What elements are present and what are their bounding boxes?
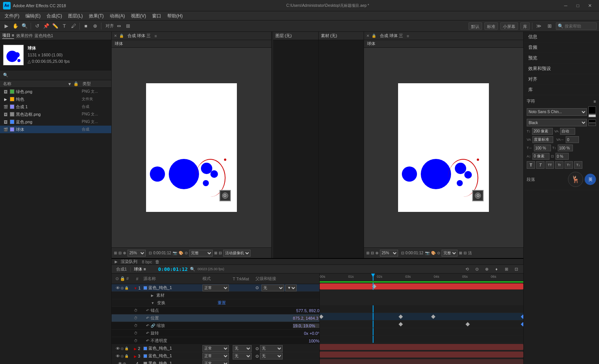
mode-select-3[interactable]: 正常 [202,353,229,359]
tl-tool-4[interactable]: ♦ [492,265,501,273]
visibility-icon-2[interactable]: 👁 [116,346,120,351]
preset-library[interactable]: 库 [520,22,530,30]
solo-icon-3[interactable]: ◎ [121,354,124,358]
lang-btn[interactable]: 英 [585,174,596,185]
render-trash-icon[interactable]: 🗑 [155,259,160,264]
solo-icon-4[interactable]: ◎ [123,362,126,364]
stopwatch-icon-scale[interactable]: ⏱ [134,324,138,328]
kerning-input[interactable] [532,136,553,143]
tl-prop-anchor[interactable]: ⏱ ↶ 锚点 577.5, 892.0 [112,307,319,314]
allcaps-btn[interactable]: TT [546,161,554,169]
viewer2-quality-select[interactable]: 完整 [442,250,457,257]
hand-tool[interactable]: ✋ [11,22,20,30]
opacity-anim-icon[interactable]: ↶ [146,339,149,343]
tl-tab-comp1[interactable]: 合成1 [115,266,128,272]
visibility-icon-1[interactable]: 👁 [116,286,120,290]
stroke-color-swatch[interactable] [588,114,596,117]
project-item-blue[interactable]: 🖼 蓝色.png PNG 文... [0,118,111,126]
tab-effects-controls[interactable]: 效果控件 蓝色纯色1 [16,33,53,39]
maximize-button[interactable]: □ [572,0,584,11]
scale-v-input[interactable] [558,145,573,151]
rotation-handle[interactable]: ⚙ [222,193,228,199]
project-search-input[interactable] [10,73,108,78]
mode-select-1[interactable]: 正常 [202,285,229,291]
preset-small[interactable]: 小屏幕 [500,22,518,30]
tl-bar-1[interactable] [320,283,523,289]
stroke-swatch-2[interactable] [588,123,596,126]
expand-tri-1[interactable]: ▼ [134,286,137,290]
kf-pos-4[interactable] [521,314,523,319]
tl-tool-2[interactable]: ⊙ [473,265,481,273]
project-item-sphere[interactable]: 🎬 球体 合成 [0,126,111,133]
tl-layer-1[interactable]: 👁 ◎ 🔒 ▼ 1 蓝色_纯色_1 [112,284,319,292]
anchor-anim-icon[interactable]: ↶ [146,308,149,313]
zoom-tool[interactable]: 🔍 [20,22,29,30]
menu-anim[interactable]: 动画(A) [107,11,128,20]
solo-icon-2[interactable]: ◎ [121,347,124,350]
time-search-icon[interactable]: 🔍 [190,267,195,272]
project-item-green[interactable]: 🖼 绿色.png PNG 文... [0,88,111,95]
tl-layer-3[interactable]: 👁 ◎ 🔒 ▶ 3 蓝色_纯色_1 [112,352,319,360]
tsume-input[interactable] [555,153,569,160]
parent-link-1[interactable]: ▼ [285,285,297,291]
ruler-playhead[interactable] [373,274,373,281]
panel-item-effects[interactable]: 效果和预设 [524,64,599,74]
visibility-icon-3[interactable]: 👁 [116,354,120,358]
expand-tri-2[interactable]: ▶ [134,347,137,351]
tl-sub-transform[interactable]: ▼ 变换 重置 [112,299,319,307]
menu-view[interactable]: 视图(V) [128,11,149,20]
rotation-handle-2[interactable]: ⚙ [475,193,481,199]
viewer2-tab-label[interactable]: 合成 球体 三 [380,33,403,39]
tl-tab-sphere[interactable]: 球体 ≡ [132,266,147,272]
tl-layer-2[interactable]: 👁 ◎ 🔒 ▶ 2 蓝色_纯色_1 [112,345,319,352]
tab-project[interactable]: 项目 ≡ [2,33,14,39]
parent-select-1[interactable]: 无 [261,285,284,291]
expand-sub2[interactable]: ▼ [151,301,154,305]
workspace-btn[interactable]: ⊞ [545,22,554,30]
superscript-btn[interactable]: T↑ [565,161,573,169]
tracking-input[interactable] [566,136,579,143]
trkmat-select-2[interactable]: 无 [233,345,252,352]
close-button[interactable]: ✕ [584,0,596,11]
parent-select-2[interactable]: 无 [260,345,283,352]
tl-bar-3[interactable] [320,352,523,358]
italic-btn[interactable]: T [536,161,545,169]
kf-pos-2[interactable] [398,314,403,319]
material-panel-tab[interactable]: 素材 (无) [321,33,337,39]
tracker-logo[interactable]: 🦌 [568,172,583,187]
expand-sub1[interactable]: ▶ [151,294,154,297]
kf-pos-1[interactable] [320,314,324,319]
viewer1-tab-label[interactable]: 合成 球体 三 [128,33,151,39]
font-size-input[interactable] [532,128,553,135]
puppet-tool[interactable]: 📌 [42,22,50,30]
fill-color-swatch-2[interactable] [588,120,596,123]
baseline-input[interactable] [532,153,549,160]
text-tool[interactable]: T [60,22,68,30]
prop-value-scale[interactable] [293,324,319,328]
search-input[interactable] [565,24,595,28]
preset-standard[interactable]: 标准 [484,22,498,30]
kf-pos-3[interactable] [431,314,435,319]
viewer2-zoom-select[interactable]: 25%50%100% [380,250,398,257]
project-item-blackborder[interactable]: 🖼 黑色边框.png PNG 文... [0,110,111,118]
tl-tool-5[interactable]: ⊞ [502,265,510,273]
prop-value-position[interactable] [293,316,319,320]
reset-btn[interactable]: 重置 [218,300,226,306]
stopwatch-icon-pos[interactable]: ⏱ [134,316,138,320]
viewer1-zoom-select[interactable]: 25%50%100% [128,250,146,257]
kf-scale-1[interactable] [398,322,403,326]
viewer1-camera-select[interactable]: 活动摄像机 [223,250,250,257]
expand-tri-3[interactable]: ▶ [134,355,137,358]
current-timecode[interactable]: 0:00:01:12 [158,266,188,272]
panel-item-audio[interactable]: 音频 [524,42,599,53]
project-item-solidcolor[interactable]: ▶ 纯色 文件夹 [0,95,111,103]
project-item-comp1[interactable]: 🎬 合成 1 合成 [0,103,111,110]
panel-item-info[interactable]: 信息 [524,32,599,42]
tl-tool-3[interactable]: ⊕ [482,265,491,273]
tl-tool-6[interactable]: ⊡ [512,265,520,273]
menu-window[interactable]: 窗口 [149,11,164,20]
menu-layer[interactable]: 图层(L) [65,11,86,20]
font-family-select[interactable]: Noto Sans S Chin... [527,108,587,116]
menu-file[interactable]: 文件(F) [2,11,22,20]
panel-item-library[interactable]: 库 [524,85,599,95]
